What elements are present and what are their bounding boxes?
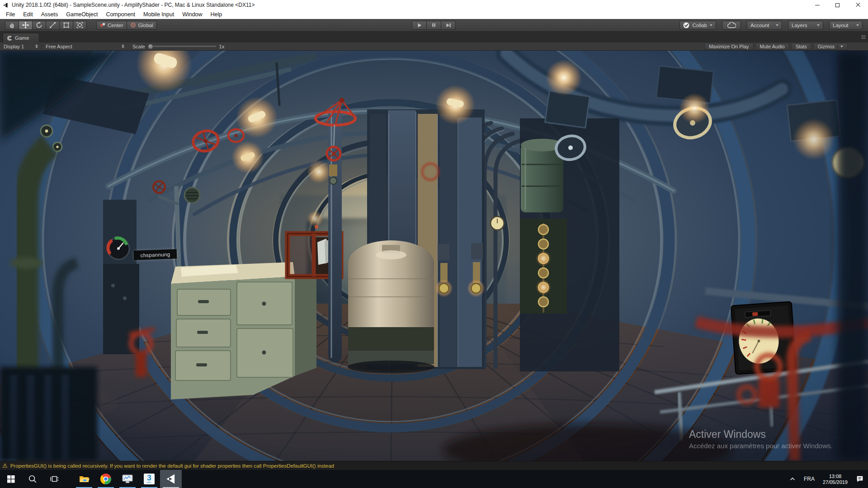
monitor-app-button[interactable] <box>117 470 138 488</box>
console-status-bar[interactable]: ⚠ PropertiesGUI() is being called recurs… <box>0 461 868 470</box>
tray-date: 27/05/2019 <box>823 479 848 485</box>
window-controls <box>807 0 868 10</box>
max3ds-sublabel: MAX <box>147 481 151 483</box>
chevron-down-icon <box>840 46 843 47</box>
display-dropdown[interactable]: Display 1 <box>0 42 42 51</box>
pause-button[interactable] <box>426 21 441 30</box>
step-button[interactable] <box>441 21 456 30</box>
space-toggle-button[interactable]: Global <box>127 21 157 30</box>
aspect-dropdown[interactable]: Free Aspect <box>42 42 128 51</box>
task-view-button[interactable] <box>43 470 65 488</box>
game-view-options: Maximize On Play Mute Audio Stats Gizmos <box>704 43 848 50</box>
tab-options-icon[interactable] <box>861 34 866 40</box>
unity-window: Unity 2018.1.0f2 (64bit) - SampleScene.u… <box>0 0 868 488</box>
menu-edit[interactable]: Edit <box>19 11 37 18</box>
unity-icon <box>165 473 177 485</box>
chrome-icon <box>100 474 111 484</box>
collab-check-icon <box>683 22 689 28</box>
system-tray: FRA 13:08 27/05/2019 <box>785 470 868 488</box>
console-warning-text: PropertiesGUI() is being called recursiv… <box>10 463 334 469</box>
tray-chevron-button[interactable] <box>785 470 800 488</box>
task-view-icon <box>50 474 59 483</box>
max3ds-icon: 3 MAX <box>144 474 155 484</box>
pivot-toggle-button[interactable]: Center <box>96 21 127 30</box>
menu-mobile-input[interactable]: Mobile Input <box>139 11 178 18</box>
max3ds-button[interactable]: 3 MAX <box>138 470 160 488</box>
chevron-up-icon <box>789 476 796 482</box>
maximize-icon[interactable] <box>827 0 848 10</box>
tab-game-label: Game <box>15 35 29 41</box>
unity-logo-icon <box>2 2 9 9</box>
unity-taskbar-button[interactable] <box>160 470 182 488</box>
language-button[interactable]: FRA <box>800 470 819 488</box>
hand-tool-button[interactable] <box>5 21 19 30</box>
title-bar: Unity 2018.1.0f2 (64bit) - SampleScene.u… <box>0 0 868 10</box>
unity-toolbar: Center Global Collab <box>0 19 868 32</box>
system-monitor-icon <box>122 473 133 485</box>
move-tool-button[interactable] <box>19 21 33 30</box>
popup-arrows-icon <box>35 44 38 49</box>
playback-controls <box>412 21 456 30</box>
stats-toggle[interactable]: Stats <box>791 43 811 50</box>
layers-dropdown[interactable]: Layers <box>788 21 823 30</box>
menu-gameobject[interactable]: GameObject <box>62 11 102 18</box>
collab-dropdown[interactable]: Collab <box>679 21 716 30</box>
toolbar-right-group: Collab Account Layers Layout <box>680 21 863 30</box>
action-center-icon <box>856 475 864 483</box>
globe-icon <box>130 22 136 28</box>
file-explorer-button[interactable] <box>73 470 95 488</box>
cloud-icon <box>727 22 736 28</box>
menu-file[interactable]: File <box>2 11 19 18</box>
clock-button[interactable]: 13:08 27/05/2019 <box>819 470 852 488</box>
max3ds-badge: 3 <box>147 474 151 481</box>
gizmos-dropdown[interactable]: Gizmos <box>813 43 848 50</box>
minimize-icon[interactable] <box>807 0 827 10</box>
submarine-scene <box>0 51 868 461</box>
game-view-controlbar: Display 1 Free Aspect Scale 1x Maximize … <box>0 42 868 51</box>
chrome-button[interactable] <box>95 470 117 488</box>
pivot-icon <box>100 23 105 28</box>
transform-tools <box>5 21 87 30</box>
account-dropdown[interactable]: Account <box>747 21 782 30</box>
scale-slider-knob[interactable] <box>148 44 153 49</box>
rect-tool-button[interactable] <box>59 21 73 30</box>
layout-dropdown[interactable]: Layout <box>829 21 863 30</box>
popup-arrows-icon <box>122 44 124 49</box>
scale-value: 1x <box>219 44 225 49</box>
tray-time: 13:08 <box>829 474 842 479</box>
menu-window[interactable]: Window <box>178 11 206 18</box>
menu-component[interactable]: Component <box>102 11 139 18</box>
windows-logo-icon <box>7 475 15 483</box>
window-title: Unity 2018.1.0f2 (64bit) - SampleScene.u… <box>12 2 255 8</box>
close-icon[interactable] <box>848 0 868 10</box>
file-explorer-icon <box>79 474 90 484</box>
scale-control: Scale 1x <box>132 44 224 49</box>
rotate-tool-button[interactable] <box>32 21 46 30</box>
menu-assets[interactable]: Assets <box>37 11 62 18</box>
view-tab-strip: Game <box>0 32 868 42</box>
scale-slider[interactable] <box>148 46 216 47</box>
play-button[interactable] <box>412 21 427 30</box>
menu-bar: File Edit Assets GameObject Component Mo… <box>0 10 868 19</box>
cloud-button[interactable] <box>722 21 741 30</box>
game-view-icon <box>7 35 13 41</box>
windows-taskbar: 3 MAX FRA 13:08 27/05/2019 <box>0 470 868 488</box>
scale-tool-button[interactable] <box>46 21 60 30</box>
scale-label: Scale <box>132 44 145 49</box>
game-viewport[interactable]: chspannung Activer Windows Accédez aux p… <box>0 51 868 461</box>
pivot-space-toggles: Center Global <box>97 21 157 30</box>
chevron-down-icon <box>776 24 778 26</box>
menu-help[interactable]: Help <box>207 11 226 18</box>
action-center-button[interactable] <box>852 470 868 488</box>
mute-audio-toggle[interactable]: Mute Audio <box>755 43 789 50</box>
chevron-down-icon <box>856 24 859 26</box>
search-button[interactable] <box>22 470 43 488</box>
transform-tool-button[interactable] <box>73 21 87 30</box>
start-button[interactable] <box>0 470 22 488</box>
vignette <box>0 51 868 461</box>
hochspannung-sign: chspannung <box>134 249 177 260</box>
tab-game[interactable]: Game <box>3 33 39 42</box>
maximize-on-play-toggle[interactable]: Maximize On Play <box>704 43 754 50</box>
chevron-down-icon <box>710 24 712 26</box>
warning-icon: ⚠ <box>2 463 8 469</box>
